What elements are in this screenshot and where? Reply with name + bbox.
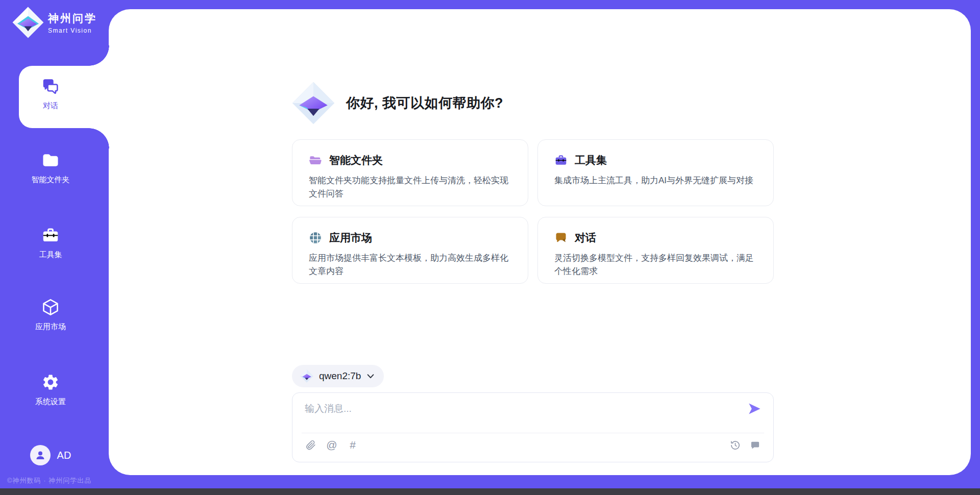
sidebar-item-label: 对话 <box>43 101 58 111</box>
copyright-footer: ©神州数码 · 神州问学出品 <box>7 476 91 485</box>
user-account[interactable]: AD <box>0 445 101 465</box>
message-composer: @ # <box>292 392 774 462</box>
hashtag-icon: # <box>350 439 356 451</box>
sidebar-item-label: 工具集 <box>39 250 62 260</box>
avatar <box>30 445 51 465</box>
app-logo: 神州问学 Smart Vision <box>12 7 97 38</box>
chevron-down-icon <box>366 373 375 379</box>
card-chat[interactable]: 对话 灵活切换多模型文件，支持多样回复效果调试，满足个性化需求 <box>537 217 774 284</box>
card-title: 工具集 <box>575 153 607 167</box>
card-description: 智能文件夹功能支持批量文件上传与清洗，轻松实现文件问答 <box>309 174 512 201</box>
greeting-diamond-icon <box>292 82 335 125</box>
paperclip-icon <box>306 440 316 451</box>
sidebar-item-toolset[interactable]: 工具集 <box>0 226 101 260</box>
model-selector[interactable]: qwen2:7b <box>292 365 384 387</box>
person-icon <box>34 449 46 461</box>
briefcase-icon <box>554 154 568 167</box>
greeting-text: 你好, 我可以如何帮助你? <box>346 94 503 112</box>
card-title: 应用市场 <box>329 231 372 245</box>
active-tab-fillet-bottom <box>89 128 109 148</box>
sidebar-item-settings[interactable]: 系统设置 <box>0 373 101 407</box>
chat-filled-icon <box>750 440 761 451</box>
card-description: 灵活切换多模型文件，支持多样回复效果调试，满足个性化需求 <box>554 252 758 278</box>
folder-icon <box>41 151 60 169</box>
send-icon <box>747 401 762 416</box>
chat-bubble-icon <box>554 231 568 244</box>
diamond-logo-icon <box>300 369 313 383</box>
history-icon <box>730 440 741 451</box>
chat-bubbles-icon <box>41 77 60 95</box>
window-bottom-bar <box>0 488 980 495</box>
brand-name: 神州问学 <box>48 11 97 26</box>
send-button[interactable] <box>747 401 762 416</box>
sidebar-item-app-market[interactable]: 应用市场 <box>0 298 101 332</box>
user-initials: AD <box>57 450 71 461</box>
folder-open-icon <box>309 154 322 167</box>
card-description: 应用市场提供丰富长文本模板，助力高效生成多样化文章内容 <box>309 252 512 278</box>
brand-subtitle: Smart Vision <box>48 27 97 34</box>
hashtag-button[interactable]: # <box>347 439 359 451</box>
composer-tools-left: @ # <box>305 439 359 451</box>
card-smart-folder[interactable]: 智能文件夹 智能文件夹功能支持批量文件上传与清洗，轻松实现文件问答 <box>292 139 528 206</box>
conversations-button[interactable] <box>749 439 761 451</box>
sidebar-item-label: 系统设置 <box>35 397 66 407</box>
composer-tools-right <box>729 439 761 451</box>
at-icon: @ <box>326 439 337 451</box>
sidebar-item-smart-folder[interactable]: 智能文件夹 <box>0 151 101 185</box>
attachment-button[interactable] <box>305 439 317 451</box>
card-title: 对话 <box>575 231 596 245</box>
sidebar-item-chat[interactable]: 对话 <box>0 77 101 111</box>
card-description: 集成市场上主流工具，助力AI与外界无缝扩展与对接 <box>554 174 758 187</box>
briefcase-icon <box>41 226 60 244</box>
card-toolset[interactable]: 工具集 集成市场上主流工具，助力AI与外界无缝扩展与对接 <box>537 139 774 206</box>
message-input[interactable] <box>292 393 773 432</box>
composer-divider <box>302 433 764 433</box>
cube-icon <box>41 298 60 316</box>
model-name: qwen2:7b <box>319 370 361 382</box>
sidebar-item-label: 应用市场 <box>35 322 66 332</box>
card-app-market[interactable]: 应用市场 应用市场提供丰富长文本模板，助力高效生成多样化文章内容 <box>292 217 528 284</box>
sidebar-item-label: 智能文件夹 <box>32 175 70 185</box>
feature-cards: 智能文件夹 智能文件夹功能支持批量文件上传与清洗，轻松实现文件问答 工具集 集成… <box>292 139 774 284</box>
grid-globe-icon <box>309 231 322 244</box>
brand-diamond-icon <box>12 7 44 38</box>
gear-icon <box>41 373 60 391</box>
greeting: 你好, 我可以如何帮助你? <box>292 82 503 125</box>
card-title: 智能文件夹 <box>329 153 383 167</box>
history-button[interactable] <box>729 439 741 451</box>
active-tab-fillet-top <box>89 45 109 66</box>
mention-button[interactable]: @ <box>326 439 338 451</box>
